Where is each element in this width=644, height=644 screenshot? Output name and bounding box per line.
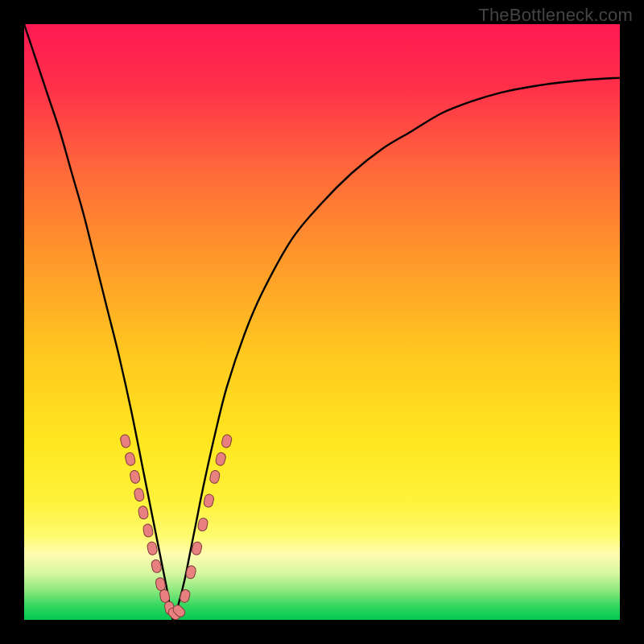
bead [179, 588, 191, 603]
bead [151, 559, 162, 573]
bead [130, 469, 141, 484]
bead [197, 518, 208, 532]
bead [159, 588, 171, 603]
bead [125, 452, 136, 466]
bead [203, 493, 214, 508]
watermark-text: TheBottleneck.com [478, 5, 633, 26]
outer-frame: TheBottleneck.com [0, 0, 644, 644]
bead [120, 434, 131, 448]
bead [221, 434, 232, 448]
chart-svg [24, 24, 620, 620]
bead [134, 488, 145, 502]
bead [215, 452, 226, 466]
bead [142, 523, 154, 538]
bead [138, 506, 149, 520]
bead [209, 469, 221, 484]
bead [192, 541, 203, 555]
bottleneck-curve [24, 24, 620, 620]
bead-cluster [120, 434, 233, 620]
bead [147, 541, 158, 555]
plot-area [24, 24, 620, 620]
